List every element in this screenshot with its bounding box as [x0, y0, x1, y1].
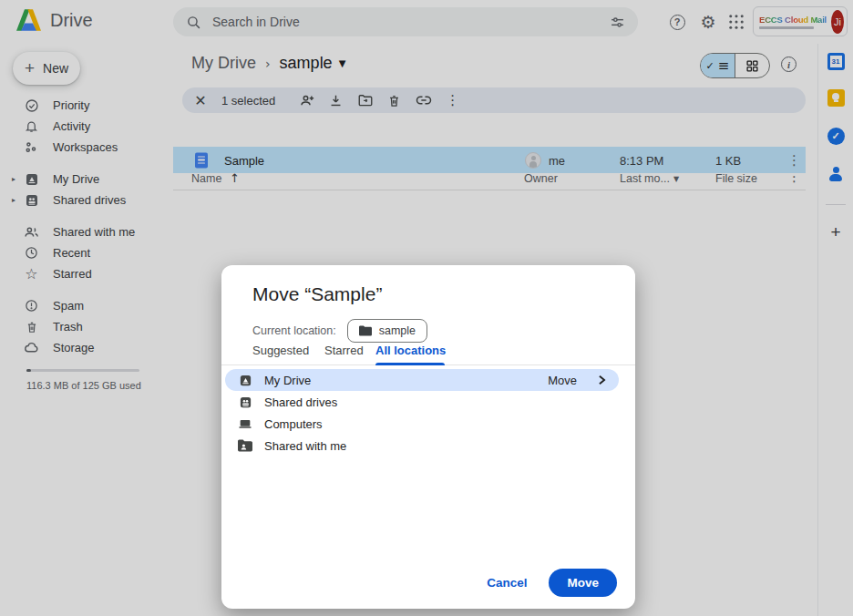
dialog-title: Move “Sample”	[252, 283, 382, 305]
computers-laptop-icon	[238, 416, 252, 431]
move-dialog: Move “Sample” Current location: sample S…	[221, 265, 635, 609]
move-button[interactable]: Move	[549, 569, 617, 597]
location-list: My Drive Move Shared drives Computers	[221, 369, 635, 457]
shared-drives-icon	[238, 395, 252, 409]
location-item-computers[interactable]: Computers	[221, 413, 635, 435]
location-item-shared-drives[interactable]: Shared drives	[221, 391, 635, 413]
tab-starred[interactable]: Starred	[324, 344, 364, 357]
cancel-button[interactable]: Cancel	[474, 569, 540, 597]
move-here-label[interactable]: Move	[548, 374, 577, 387]
folder-icon	[359, 325, 372, 336]
dialog-tabs: Suggested Starred All locations	[221, 342, 635, 365]
tab-all-locations[interactable]: All locations	[375, 344, 446, 357]
chevron-right-icon[interactable]	[598, 375, 606, 385]
current-location-label: Current location:	[252, 324, 336, 337]
location-item-my-drive[interactable]: My Drive Move	[225, 369, 619, 391]
my-drive-icon	[238, 373, 252, 387]
tab-suggested[interactable]: Suggested	[252, 344, 309, 357]
current-location-name: sample	[379, 324, 416, 337]
current-location-chip[interactable]: sample	[347, 319, 427, 343]
location-item-shared-with-me[interactable]: Shared with me	[221, 435, 635, 457]
active-tab-underline	[375, 363, 445, 365]
shared-with-me-folder-icon	[238, 438, 252, 453]
google-drive-app: Drive ? ⚙ ECCS Cloud Mail	[0, 0, 853, 616]
